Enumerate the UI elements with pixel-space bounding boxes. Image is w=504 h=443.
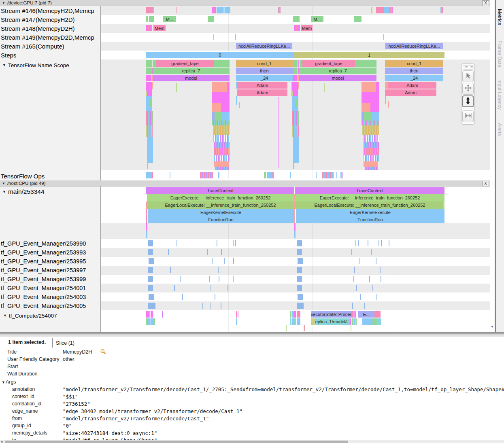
trace-slice[interactable]: [221, 103, 230, 112]
trace-slice[interactable]: [208, 16, 214, 22]
trace-slice[interactable]: [168, 249, 169, 255]
trace-slice[interactable]: replica_7: [299, 68, 376, 74]
trace-slice[interactable]: [336, 172, 337, 178]
trace-slice[interactable]: [358, 240, 359, 246]
trace-slice[interactable]: cond_1: [385, 60, 443, 67]
trace-slice[interactable]: [354, 267, 355, 273]
trace-slice[interactable]: [355, 311, 356, 318]
trace-slice[interactable]: [353, 318, 355, 325]
pan-tool-button[interactable]: [462, 83, 474, 95]
trace-slice[interactable]: [298, 82, 299, 89]
trace-slice[interactable]: [221, 249, 222, 255]
trace-slice[interactable]: [148, 303, 155, 309]
trace-slice[interactable]: [286, 325, 287, 331]
trace-slice[interactable]: _24: [236, 75, 293, 81]
trace-slice[interactable]: [217, 7, 223, 13]
trace-slice[interactable]: then: [236, 68, 293, 74]
trace-slice[interactable]: EagerExecute: __inference_train_function…: [295, 194, 444, 201]
trace-slice[interactable]: [362, 318, 372, 325]
trace-slice[interactable]: [292, 82, 298, 96]
trace-slice[interactable]: [355, 318, 357, 325]
trace-slice[interactable]: [149, 311, 150, 318]
trace-slice[interactable]: [146, 60, 151, 67]
trace-slice[interactable]: M...: [163, 16, 176, 22]
trace-slice[interactable]: model: [299, 75, 376, 81]
trace-slice[interactable]: [182, 294, 183, 300]
trace-slice[interactable]: [355, 60, 376, 67]
track-group-label[interactable]: ▼main/253344: [0, 187, 102, 196]
trace-slice[interactable]: [298, 294, 303, 300]
trace-slice[interactable]: gradient_tape: [156, 60, 214, 67]
trace-slice[interactable]: [297, 285, 302, 291]
trace-slice[interactable]: [299, 25, 300, 31]
trace-slice[interactable]: [364, 303, 365, 309]
trace-slice[interactable]: TraceContext: [295, 187, 444, 194]
trace-slice[interactable]: [146, 311, 149, 318]
trace-slice[interactable]: Adam: [388, 82, 436, 89]
trace-slice[interactable]: [292, 111, 299, 125]
trace-slice[interactable]: Mem: [153, 25, 166, 31]
trace-slice[interactable]: [180, 276, 181, 282]
trace-slice[interactable]: [146, 16, 148, 22]
trace-slice[interactable]: [359, 258, 360, 264]
trace-slice[interactable]: model: [153, 75, 230, 81]
tab-frame-data[interactable]: Frame Data: [497, 40, 502, 67]
trace-slice[interactable]: [212, 121, 230, 125]
trace-slice[interactable]: [146, 111, 153, 125]
trace-slice[interactable]: [211, 303, 211, 309]
trace-slice[interactable]: [362, 121, 379, 125]
tab-slice[interactable]: Slice (1): [52, 338, 78, 348]
trace-slice[interactable]: [215, 167, 229, 170]
trace-slice[interactable]: M...: [311, 16, 323, 22]
trace-slice[interactable]: [292, 91, 293, 96]
trace-slice[interactable]: [297, 276, 302, 282]
trace-slice[interactable]: [239, 102, 240, 108]
trace-slice[interactable]: [174, 285, 175, 291]
trace-slice[interactable]: [380, 267, 381, 273]
trace-slice[interactable]: [170, 172, 170, 178]
trace-slice[interactable]: [362, 82, 376, 92]
trace-slice[interactable]: [176, 7, 177, 13]
trace-slice[interactable]: [227, 285, 228, 291]
trace-slice[interactable]: [342, 172, 343, 178]
trace-slice[interactable]: [146, 91, 147, 96]
trace-slice[interactable]: [200, 172, 213, 178]
trace-slice[interactable]: [353, 311, 355, 318]
trace-slice[interactable]: [146, 223, 147, 231]
trace-slice[interactable]: replica_7: [153, 68, 230, 74]
trace-slice[interactable]: [340, 172, 342, 178]
trace-slice[interactable]: FunctionRun: [148, 216, 294, 223]
trace-slice[interactable]: [350, 318, 351, 325]
trace-slice[interactable]: [153, 7, 154, 13]
tab-metrics[interactable]: Metrics: [497, 9, 502, 25]
trace-slice[interactable]: [293, 137, 299, 163]
trace-slice[interactable]: [148, 318, 151, 325]
trace-slice[interactable]: [151, 318, 154, 325]
trace-slice[interactable]: [152, 82, 153, 89]
trace-slice[interactable]: [311, 318, 315, 325]
trace-slice[interactable]: [384, 7, 389, 13]
trace-slice[interactable]: [293, 75, 298, 81]
zoom-tool-button[interactable]: [462, 95, 474, 107]
trace-slice[interactable]: replica_1/model/t...: [315, 318, 350, 325]
trace-slice[interactable]: [213, 34, 214, 40]
trace-slice[interactable]: [264, 172, 266, 178]
trace-slice[interactable]: [272, 172, 274, 178]
trace-slice[interactable]: [225, 7, 229, 13]
trace-slice[interactable]: [372, 285, 373, 291]
trace-slice[interactable]: [304, 325, 305, 331]
trace-slice[interactable]: [202, 303, 203, 309]
trace-slice[interactable]: [443, 201, 444, 209]
trace-slice[interactable]: [214, 148, 230, 155]
collapse-triangle-icon[interactable]: ▼: [2, 182, 5, 185]
trace-slice[interactable]: [381, 276, 381, 282]
trace-slice[interactable]: [279, 97, 279, 168]
trace-slice[interactable]: [293, 163, 294, 169]
trace-slice[interactable]: [300, 60, 302, 67]
scroll-left-icon[interactable]: ◀: [0, 440, 2, 443]
trace-slice[interactable]: [215, 294, 215, 300]
trace-slice[interactable]: [151, 60, 152, 67]
trace-slice[interactable]: [381, 240, 382, 246]
trace-slice[interactable]: [369, 276, 370, 282]
trace-slice[interactable]: [149, 294, 154, 300]
